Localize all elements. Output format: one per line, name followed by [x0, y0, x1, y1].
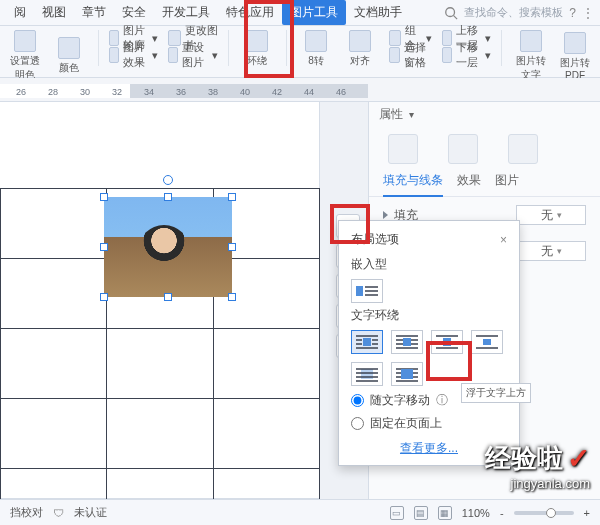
svg-rect-44 [401, 369, 413, 379]
shield-icon: 🛡 [53, 507, 64, 519]
wrap-square-option[interactable] [351, 330, 383, 354]
selected-image[interactable] [104, 197, 232, 297]
separator [286, 30, 287, 66]
svg-line-1 [454, 15, 458, 19]
selection-pane-button[interactable]: 选择窗格 [389, 47, 432, 63]
label: 对齐 [350, 54, 370, 68]
popover-title: 布局选项 [351, 231, 399, 248]
rotate-handle[interactable] [163, 175, 173, 185]
popover-close-icon[interactable]: × [500, 233, 507, 247]
status-bar: 挡校对 🛡 未认证 ▭ ▤ ▦ 110% - + [0, 499, 600, 525]
ruler-mark: 42 [272, 87, 282, 97]
resize-handle-bm[interactable] [164, 293, 172, 301]
document-page[interactable] [0, 102, 320, 499]
search-icon[interactable] [444, 6, 458, 20]
label: 颜色 [59, 61, 79, 75]
panel-icon-effect[interactable] [443, 134, 483, 164]
reset-image-button[interactable]: 重设图片▾ [168, 47, 218, 63]
wrap-infront-tooltip: 浮于文字上方 [461, 383, 531, 403]
status-proof[interactable]: 挡校对 [10, 505, 43, 520]
send-backward-button[interactable]: 下移一层▾ [442, 47, 492, 63]
picture-effects-button[interactable]: 图片效果▾ [109, 47, 159, 63]
resize-handle-bl[interactable] [100, 293, 108, 301]
label: 选择窗格 [404, 40, 432, 70]
fix-on-page-radio[interactable] [351, 417, 364, 430]
document-area[interactable] [0, 102, 368, 499]
label: 环绕 [247, 54, 267, 68]
resize-handle-br[interactable] [228, 293, 236, 301]
svg-rect-21 [403, 338, 411, 346]
separator [501, 30, 502, 66]
search-placeholder[interactable]: 查找命令、搜索模板 [464, 5, 563, 20]
ruler-mark: 30 [80, 87, 90, 97]
resize-handle-ml[interactable] [100, 243, 108, 251]
ruler-mark: 26 [16, 87, 26, 97]
align-button[interactable]: 对齐 [341, 30, 379, 68]
info-icon[interactable]: ⓘ [436, 392, 448, 409]
menu-picture-tools[interactable]: 图片工具 [282, 0, 346, 25]
status-auth[interactable]: 未认证 [74, 505, 107, 520]
ruler-mark: 36 [176, 87, 186, 97]
image-content [104, 197, 232, 297]
ruler-mark: 46 [336, 87, 346, 97]
resize-handle-tr[interactable] [228, 193, 236, 201]
label: 下移一层 [456, 40, 481, 70]
resize-handle-tm[interactable] [164, 193, 172, 201]
menu-doc-helper[interactable]: 文档助手 [346, 0, 410, 25]
panel-icon-fill[interactable] [383, 134, 423, 164]
color-button[interactable]: 颜色 [50, 37, 88, 75]
wrap-inline-option[interactable] [351, 279, 383, 303]
label: 图片转PDF [556, 56, 594, 81]
panel-title: 属性▾ [369, 102, 600, 126]
fill-select[interactable]: 无 [516, 205, 586, 225]
menubar-right: 查找命令、搜索模板 ? ⋮ [444, 5, 600, 20]
wrap-through-option[interactable] [431, 330, 463, 354]
inline-header: 嵌入型 [351, 256, 507, 273]
view-mode-1-icon[interactable]: ▭ [390, 506, 404, 520]
menu-view[interactable]: 视图 [34, 0, 74, 25]
wrap-behind-option[interactable] [351, 362, 383, 386]
help-icon[interactable]: ? [569, 6, 576, 20]
svg-rect-14 [363, 338, 371, 346]
view-mode-2-icon[interactable]: ▤ [414, 506, 428, 520]
menu-special[interactable]: 特色应用 [218, 0, 282, 25]
resize-handle-mr[interactable] [228, 243, 236, 251]
zoom-out-button[interactable]: - [500, 507, 504, 519]
panel-tab-image[interactable]: 图片 [495, 172, 519, 196]
more-icon[interactable]: ⋮ [582, 6, 594, 20]
menu-chapter[interactable]: 章节 [74, 0, 114, 25]
ruler-mark: 32 [112, 87, 122, 97]
wrap-tight-option[interactable] [391, 330, 423, 354]
label: 固定在页面上 [370, 415, 442, 432]
wrap-topbottom-option[interactable] [471, 330, 503, 354]
panel-tabs: 填充与线条 效果 图片 [369, 168, 600, 197]
panel-icon-image[interactable] [503, 134, 543, 164]
panel-tab-fill[interactable]: 填充与线条 [383, 172, 443, 197]
ruler-mark: 44 [304, 87, 314, 97]
see-more-link[interactable]: 查看更多... [351, 440, 507, 457]
menubar: 阅 视图 章节 安全 开发工具 特色应用 图片工具 文档助手 查找命令、搜索模板… [0, 0, 600, 26]
menu-devtools[interactable]: 开发工具 [154, 0, 218, 25]
label: 随文字移动 [370, 392, 430, 409]
label: 图片效果 [123, 40, 148, 70]
panel-tab-effect[interactable]: 效果 [457, 172, 481, 196]
zoom-slider[interactable] [514, 511, 574, 515]
move-with-text-radio[interactable] [351, 394, 364, 407]
view-mode-3-icon[interactable]: ▦ [438, 506, 452, 520]
zoom-in-button[interactable]: + [584, 507, 590, 519]
resize-handle-tl[interactable] [100, 193, 108, 201]
image-to-text-button[interactable]: 图片转文字 [512, 30, 550, 82]
line-select[interactable]: 无 [516, 241, 586, 261]
menu-read[interactable]: 阅 [6, 0, 34, 25]
wrap-infront-option[interactable] [391, 362, 423, 386]
rotate-button[interactable]: 8转 [297, 30, 335, 68]
menu-security[interactable]: 安全 [114, 0, 154, 25]
ruler-mark: 34 [144, 87, 154, 97]
wrap-button[interactable]: 环绕 [238, 30, 276, 68]
set-transparent-button[interactable]: 设置透明色 [6, 30, 44, 82]
ribbon: 设置透明色 颜色 图片轮廓▾ 图片效果▾ 更改图片 重设图片▾ 环绕 8转 对齐… [0, 26, 600, 78]
fix-on-page-row[interactable]: 固定在页面上 [351, 415, 507, 432]
image-to-pdf-button[interactable]: 图片转PDF [556, 32, 594, 81]
panel-icon-row [369, 126, 600, 168]
ruler-mark: 28 [48, 87, 58, 97]
